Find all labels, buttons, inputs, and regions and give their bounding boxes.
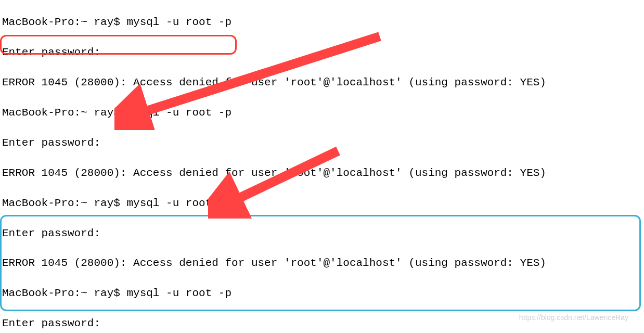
- terminal-line: MacBook-Pro:~ ray$ mysql -u root -p: [2, 15, 546, 30]
- terminal-line: MacBook-Pro:~ ray$ mysql -u root -p: [2, 286, 546, 301]
- terminal-line: Enter password:: [2, 136, 546, 151]
- terminal-output: MacBook-Pro:~ ray$ mysql -u root -p Ente…: [2, 0, 546, 333]
- terminal-line: MacBook-Pro:~ ray$ mysql -u root -p: [2, 106, 546, 121]
- terminal-line: Enter password:: [2, 45, 546, 60]
- terminal-line: ERROR 1045 (28000): Access denied for us…: [2, 256, 546, 271]
- watermark-text: https://blog.csdn.net/LawenceRay: [519, 313, 628, 323]
- terminal-line: ERROR 1045 (28000): Access denied for us…: [2, 166, 546, 181]
- terminal-line: Enter password:: [2, 226, 546, 241]
- terminal-line: Enter password:: [2, 316, 546, 331]
- terminal-line: ERROR 1045 (28000): Access denied for us…: [2, 75, 546, 91]
- terminal-line: MacBook-Pro:~ ray$ mysql -u root -p: [2, 196, 546, 211]
